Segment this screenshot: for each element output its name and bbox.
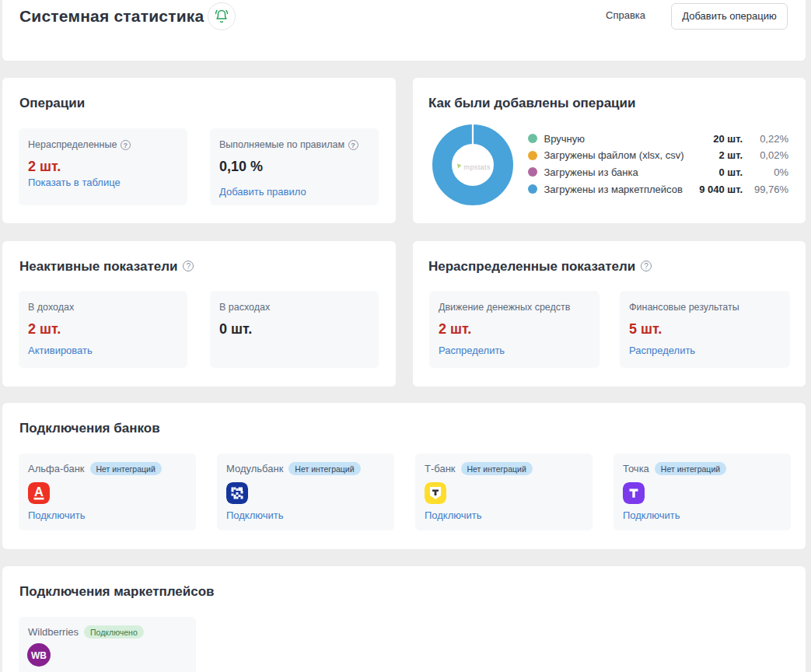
svg-text:А: А [34,485,44,499]
svg-text:WB: WB [31,650,47,661]
svg-text:mpstats: mpstats [464,163,491,171]
